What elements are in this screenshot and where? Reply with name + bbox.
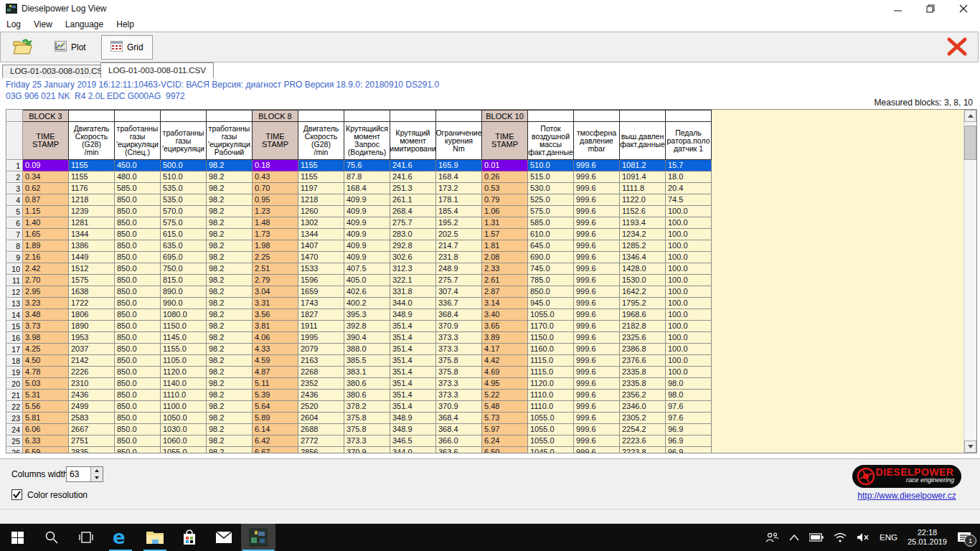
table-cell[interactable]: 2667 — [69, 424, 115, 435]
table-cell[interactable]: 1155 — [69, 171, 115, 183]
table-cell[interactable]: 268.4 — [390, 206, 436, 217]
table-cell[interactable]: 2305.2 — [620, 413, 666, 424]
column-header[interactable]: тработанны газы 'ециркуляци Рабочий — [207, 122, 253, 160]
table-cell[interactable]: 999.6 — [574, 286, 620, 298]
table-cell[interactable]: 2.33 — [482, 263, 528, 275]
table-cell[interactable]: 3.23 — [23, 298, 69, 309]
column-header[interactable]: Крутящий момент имитировани — [390, 122, 436, 160]
table-cell[interactable]: 373.3 — [344, 435, 390, 447]
table-cell[interactable]: 383.1 — [344, 367, 390, 378]
table-cell[interactable]: 2835 — [69, 447, 115, 453]
table-cell[interactable]: 2436 — [69, 390, 115, 401]
column-header[interactable]: выш.давлен факт.данные — [620, 122, 666, 160]
table-cell[interactable]: 785.0 — [528, 275, 574, 286]
table-cell[interactable]: 850.0 — [115, 217, 161, 229]
table-cell[interactable]: 2223.8 — [620, 447, 666, 453]
table-cell[interactable]: 1659 — [298, 286, 344, 298]
table-cell[interactable]: 990.0 — [161, 298, 207, 309]
table-cell[interactable]: 98.2 — [207, 183, 253, 194]
table-cell[interactable]: 98.2 — [207, 355, 253, 367]
table-cell[interactable]: 100.0 — [666, 332, 712, 344]
table-cell[interactable]: 202.5 — [436, 229, 482, 240]
table-cell[interactable]: 1081.2 — [620, 160, 666, 171]
table-cell[interactable]: 2751 — [69, 435, 115, 447]
table-cell[interactable]: 100.0 — [666, 309, 712, 321]
table-cell[interactable]: 168.4 — [344, 183, 390, 194]
table-cell[interactable]: 100.0 — [666, 206, 712, 217]
table-cell[interactable]: 348.9 — [390, 309, 436, 321]
table-cell[interactable]: 407.5 — [344, 263, 390, 275]
close-button[interactable] — [947, 0, 980, 17]
table-cell[interactable]: 1968.6 — [620, 309, 666, 321]
table-cell[interactable]: 98.2 — [207, 194, 253, 206]
row-number-button[interactable]: 23 — [6, 413, 23, 424]
table-cell[interactable]: 2.61 — [482, 275, 528, 286]
table-cell[interactable]: 302.6 — [390, 252, 436, 263]
table-cell[interactable]: 98.2 — [207, 263, 253, 275]
table-cell[interactable]: 695.0 — [161, 252, 207, 263]
table-cell[interactable]: 348.9 — [390, 424, 436, 435]
table-cell[interactable]: 0.79 — [482, 194, 528, 206]
table-cell[interactable]: 1428.0 — [620, 263, 666, 275]
table-cell[interactable]: 1575 — [69, 275, 115, 286]
table-cell[interactable]: 178.1 — [436, 194, 482, 206]
table-cell[interactable]: 2.42 — [23, 263, 69, 275]
table-cell[interactable]: 575.0 — [161, 217, 207, 229]
table-cell[interactable]: 999.6 — [574, 413, 620, 424]
table-cell[interactable]: 351.4 — [390, 390, 436, 401]
table-cell[interactable]: 5.56 — [23, 401, 69, 413]
table-cell[interactable]: 999.6 — [574, 217, 620, 229]
table-cell[interactable]: 1344 — [298, 229, 344, 240]
table-cell[interactable]: 1197 — [298, 183, 344, 194]
website-link[interactable]: http://www.dieselpower.cz — [852, 491, 961, 501]
spinner-down-button[interactable] — [91, 474, 103, 481]
table-cell[interactable]: 5.31 — [23, 390, 69, 401]
table-cell[interactable]: 98.2 — [207, 390, 253, 401]
table-cell[interactable]: 4.06 — [253, 332, 298, 344]
table-cell[interactable]: 1055.0 — [528, 309, 574, 321]
table-cell[interactable]: 375.8 — [344, 424, 390, 435]
table-cell[interactable]: 1642.2 — [620, 286, 666, 298]
table-cell[interactable]: 1152.6 — [620, 206, 666, 217]
language-indicator[interactable]: ENG — [880, 533, 897, 542]
table-cell[interactable]: 3.56 — [253, 309, 298, 321]
table-cell[interactable]: 74.5 — [666, 194, 712, 206]
table-cell[interactable]: 1120.0 — [528, 378, 574, 390]
table-cell[interactable]: 850.0 — [115, 240, 161, 252]
table-cell[interactable]: 351.4 — [390, 321, 436, 332]
table-cell[interactable]: 850.0 — [115, 447, 161, 453]
table-cell[interactable]: 100.0 — [666, 286, 712, 298]
row-number-button[interactable]: 14 — [6, 309, 23, 321]
table-cell[interactable]: 999.6 — [574, 194, 620, 206]
table-cell[interactable]: 5.81 — [23, 413, 69, 424]
table-cell[interactable]: 890.0 — [161, 286, 207, 298]
table-cell[interactable]: 168.4 — [436, 171, 482, 183]
table-cell[interactable]: 1638 — [69, 286, 115, 298]
table-cell[interactable]: 1.40 — [23, 217, 69, 229]
table-cell[interactable]: 366.0 — [436, 435, 482, 447]
table-cell[interactable]: 0.53 — [482, 183, 528, 194]
scroll-down-button[interactable] — [964, 441, 976, 453]
table-cell[interactable]: 1386 — [69, 240, 115, 252]
table-cell[interactable]: 2499 — [69, 401, 115, 413]
table-cell[interactable]: 385.5 — [344, 355, 390, 367]
table-cell[interactable]: 585.0 — [115, 183, 161, 194]
table-cell[interactable]: 1140.0 — [161, 378, 207, 390]
table-cell[interactable]: 999.6 — [574, 160, 620, 171]
table-cell[interactable]: 100.0 — [666, 321, 712, 332]
vertical-scrollbar[interactable] — [963, 110, 976, 453]
table-cell[interactable]: 1512 — [69, 263, 115, 275]
table-cell[interactable]: 850.0 — [115, 275, 161, 286]
table-cell[interactable]: 185.4 — [436, 206, 482, 217]
table-cell[interactable]: 2520 — [298, 401, 344, 413]
table-cell[interactable]: 999.6 — [574, 355, 620, 367]
table-cell[interactable]: 4.87 — [253, 367, 298, 378]
color-resolution-checkbox[interactable] — [11, 489, 22, 500]
table-cell[interactable]: 850.0 — [115, 252, 161, 263]
mail-button[interactable] — [207, 524, 241, 551]
table-cell[interactable]: 999.6 — [574, 183, 620, 194]
table-cell[interactable]: 750.0 — [161, 263, 207, 275]
table-cell[interactable]: 400.2 — [344, 298, 390, 309]
column-header[interactable]: тмосферна давление mbar — [574, 122, 620, 160]
table-cell[interactable]: 98.2 — [207, 171, 253, 183]
